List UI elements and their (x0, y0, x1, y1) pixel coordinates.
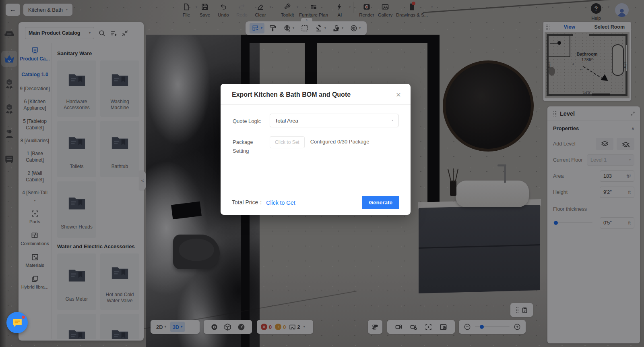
notification-dot (21, 315, 25, 319)
chat-icon (12, 318, 23, 328)
export-bom-modal: Export Kitchen & Bath BOM and Quote × Qu… (221, 84, 411, 215)
chevron-down-icon: ▾ (392, 119, 393, 122)
package-setting-label: Package Setting (233, 135, 270, 156)
app-window: ← Kitchen & Bath ▾ File ▾ Save (0, 0, 644, 347)
modal-title: Export Kitchen & Bath BOM and Quote (232, 91, 395, 98)
total-price-label: Total Price： (232, 199, 264, 206)
chat-support-button[interactable] (6, 312, 28, 333)
configured-count: Configured 0/30 Package (310, 139, 369, 156)
close-icon[interactable]: × (395, 90, 402, 99)
quote-logic-label: Quote Logic (233, 114, 270, 127)
click-to-set-button[interactable]: Click to Set (270, 136, 305, 148)
total-price-link[interactable]: Click to Get (266, 199, 362, 206)
generate-button[interactable]: Generate (362, 196, 399, 209)
quote-logic-select[interactable]: Total Area ▾ (270, 114, 398, 127)
